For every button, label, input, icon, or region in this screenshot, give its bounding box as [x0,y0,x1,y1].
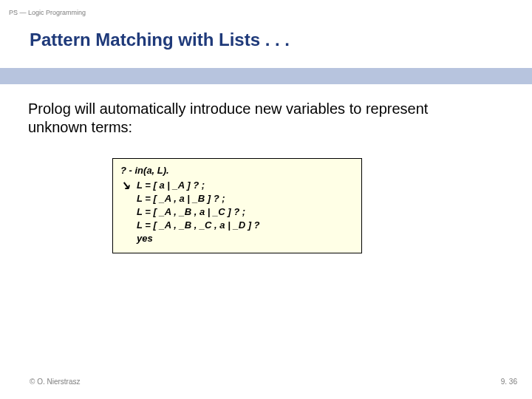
code-box: ? - in(a, L). ↘ L = [ a | _A ] ? ; L = [… [112,158,362,253]
prolog-result-lines: L = [ a | _A ] ? ; L = [ _A , a | _B ] ?… [137,179,260,245]
prolog-query: ? - in(a, L). [120,165,354,176]
title-band: Pattern Matching with Lists . . . [0,22,532,68]
accent-band [0,68,532,84]
footer-page-number: 9. 36 [501,378,517,386]
page-header-breadcrumb: PS — Logic Programming [9,9,86,16]
prolog-result-block: ↘ L = [ a | _A ] ? ; L = [ _A , a | _B ]… [120,179,354,245]
slide-title: Pattern Matching with Lists . . . [30,30,290,50]
body-paragraph: Prolog will automatically introduce new … [28,100,442,137]
result-arrow-icon: ↘ [120,179,137,192]
footer-copyright: © O. Nierstrasz [30,378,81,386]
